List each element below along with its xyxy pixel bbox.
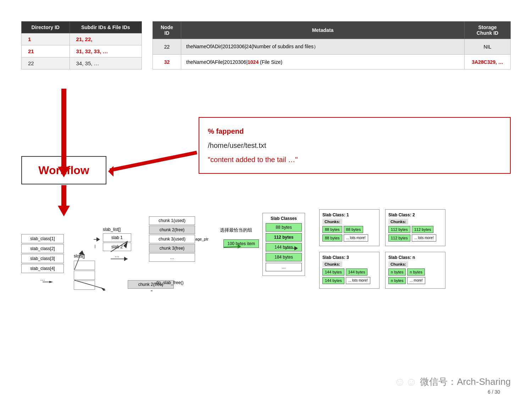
select-label: 选择最恰当的组 — [220, 227, 252, 233]
watermark-icon: ☺☺ — [394, 375, 417, 388]
slab-detail-n: Slab Class: n Chunks: n bytes n bytes n … — [385, 252, 445, 289]
slab-class-list: slab_class[1] slab_class[2] slab_class[3… — [21, 234, 64, 282]
slab-classes-box: Slab Classes 88 bytes 112 bytes 144 byte… — [262, 213, 305, 276]
meta-data-32: theNameOfAFile|20120306|1024 (File Size) — [181, 55, 465, 70]
fappend-line2: /home/user/test.txt — [208, 138, 501, 153]
slots-area — [74, 261, 95, 290]
slab-detail-3-title: Slab Class: 3 — [322, 255, 376, 260]
slab-class-item-4: slab_class[4] — [21, 264, 64, 273]
dir-subids-21: 31, 32, 33, … — [70, 45, 142, 57]
meta-metadata-col: Metadata — [181, 22, 465, 39]
dir-subids-22: 34, 35, … — [70, 57, 142, 70]
slab-item-2: slab 2 — [103, 243, 131, 251]
dir-col2-header: Subdir IDs & File IDs — [70, 22, 142, 33]
slab-chunk-cell: 112 bytes — [388, 226, 410, 233]
slab-class-184: 184 bytes — [266, 253, 302, 261]
meta-data-22: theNameOfADir|20120306|24(Number of subd… — [181, 39, 465, 55]
slab-list-label: slab_list[] — [103, 227, 131, 232]
slab-chunks-n-label: Chunks: — [388, 261, 408, 267]
slab-chunk-row-n-1: n bytes n bytes — [388, 268, 442, 276]
do-slab-free: do_slab_free() — [156, 280, 183, 285]
slab-chunk-cell: n bytes — [388, 277, 406, 284]
slab-chunk-lots: ... lots more! — [346, 277, 370, 284]
slab-chunk-lots: ... more! — [407, 277, 425, 284]
chunk-3-free: chunk 3(free) — [149, 244, 195, 253]
slab-class-dots: … — [21, 276, 64, 282]
fappend-line1: % fappend — [208, 124, 501, 138]
svg-marker-3 — [108, 166, 113, 177]
slab-chunks-2-label: Chunks: — [388, 219, 408, 225]
fappend-box: % fappend /home/user/test.txt "content a… — [199, 117, 511, 174]
meta-node-col: NodeID — [153, 22, 181, 39]
dir-id-21: 21 — [22, 45, 70, 57]
chunks-area: chunk 1(used) chunk 2(free) chunk 3(used… — [149, 216, 195, 262]
fappend-line3: "content added to the tail …" — [208, 153, 501, 167]
dir-col1-header: Directory ID — [22, 22, 70, 33]
workflow-label: Workflow — [38, 164, 89, 177]
slab-detail-1-title: Slab Class: 1 — [322, 212, 376, 217]
slab-detail-2-title: Slab Class: 2 — [388, 212, 442, 217]
slab-class-item-1: slab_class[1] — [21, 234, 64, 243]
slab-class-item-2: slab_class[2] — [21, 244, 64, 253]
chunk-1-used: chunk 1(used) — [149, 216, 195, 225]
table-row: 22 34, 35, … — [22, 57, 142, 70]
slab-chunk-row-1-1: 88 bytes 88 bytes — [322, 226, 376, 233]
slab-item-1: slab 1 — [103, 233, 131, 242]
workflow-box: Workflow — [21, 156, 106, 184]
dir-id-22: 22 — [22, 57, 70, 70]
slab-chunk-lots: ... lots more! — [412, 234, 436, 242]
slab-chunk-row-2-1: 112 bytes 112 bytes — [388, 226, 442, 233]
slab-chunk-cell: 144 bytes — [322, 268, 344, 276]
table-row: 32 theNameOfAFile|20120306|1024 (File Si… — [153, 55, 511, 70]
table-row: 22 theNameOfADir|20120306|24(Number of s… — [153, 39, 511, 55]
slab-chunk-cell: 112 bytes — [412, 226, 434, 233]
slab-detail-n-title: Slab Class: n — [388, 255, 442, 260]
slab-dots: … — [103, 253, 131, 258]
slab-chunk-row-3-2: 144 bytes ... lots more! — [322, 277, 376, 284]
metadata-table: NodeID Metadata StorageChunk ID 22 theNa… — [153, 21, 511, 70]
slab-chunk-row-3-1: 144 bytes 144 bytes — [322, 268, 376, 276]
chunk-dots: … — [149, 253, 195, 262]
slab-chunk-cell: 88 bytes — [322, 234, 342, 242]
meta-node-32: 32 — [153, 55, 181, 70]
slab-chunk-cell: n bytes — [388, 268, 406, 276]
watermark: ☺☺ 微信号：Arch-Sharing — [394, 375, 511, 388]
slab-classes-title: Slab Classes — [266, 216, 302, 221]
slot-item-1 — [74, 261, 95, 270]
slab-list-area: end_page_ptr slab_list[] slab 1 slab 2 … — [103, 227, 131, 260]
slab-class-144: 144 bytes — [266, 243, 302, 251]
directory-table: Directory ID Subdir IDs & File IDs 1 21,… — [21, 21, 142, 70]
slab-detail-2: Slab Class: 2 Chunks: 112 bytes 112 byte… — [385, 209, 445, 246]
meta-storage-col: StorageChunk ID — [465, 22, 511, 39]
slab-class-112: 112 bytes — [266, 233, 302, 242]
slab-chunk-cell: 88 bytes — [322, 226, 342, 233]
slab-detail-3: Slab Class: 3 Chunks: 144 bytes 144 byte… — [319, 252, 379, 289]
slab-chunk-cell: 88 bytes — [344, 226, 364, 233]
top-section: Directory ID Subdir IDs & File IDs 1 21,… — [21, 21, 511, 70]
slab-chunk-row-1-2: 88 bytes ... lots more! — [322, 234, 376, 242]
table-row: 1 21, 22, — [22, 33, 142, 45]
dir-id-1: 1 — [22, 33, 70, 45]
dir-subids-1: 21, 22, — [70, 33, 142, 45]
page-number: 6 / 30 — [488, 389, 500, 395]
meta-node-22: 22 — [153, 39, 181, 55]
chunk-3-used: chunk 3(used) — [149, 235, 195, 243]
slab-chunk-row-2-2: 112 bytes ... lots more! — [388, 234, 442, 242]
slab-detail-1: Slab Class: 1 Chunks: 88 bytes 88 bytes … — [319, 209, 379, 246]
slab-class-88: 88 bytes — [266, 223, 302, 232]
watermark-text: 微信号：Arch-Sharing — [420, 376, 511, 388]
meta-storage-22: NIL — [465, 39, 511, 55]
bottom-section: slab_class[1] slab_class[2] slab_class[3… — [21, 206, 511, 371]
table-row: 21 31, 32, 33, … — [22, 45, 142, 57]
slot-item-2 — [74, 271, 95, 280]
slab-chunk-lots: ... lots more! — [344, 234, 368, 242]
chunk-2-free-top: chunk 2(free) — [149, 226, 195, 234]
slab-chunks-3-label: Chunks: — [322, 261, 342, 267]
slots-label: slots[] — [74, 254, 85, 259]
slab-chunk-row-n-2: n bytes ... more! — [388, 277, 442, 284]
slab-chunk-cell: 144 bytes — [322, 277, 344, 284]
slab-chunk-cell: 112 bytes — [388, 234, 410, 242]
slab-chunks-1-label: Chunks: — [322, 219, 342, 225]
slot-item-3 — [74, 281, 95, 290]
bytes-item-box: 100 bytes item — [223, 239, 259, 248]
